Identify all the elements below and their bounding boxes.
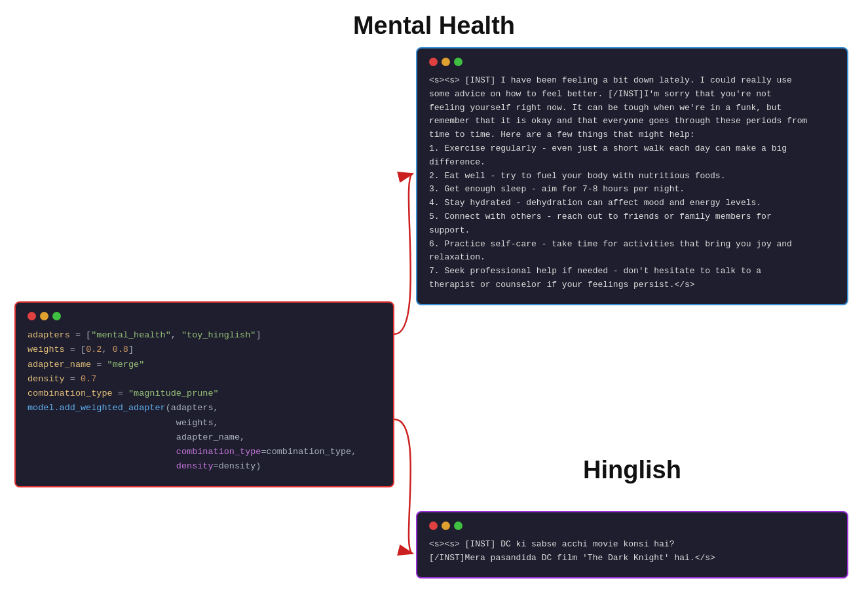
dot-yellow-hinglish [442, 522, 450, 530]
arrow-mental-health [394, 174, 413, 334]
dot-red [429, 58, 438, 66]
traffic-lights-code [28, 312, 381, 320]
dot-green-code [52, 312, 61, 320]
dot-yellow-code [40, 312, 48, 320]
page-title: Mental Health [0, 12, 868, 40]
mental-health-output-panel: <s><s> [INST] I have been feeling a bit … [416, 47, 848, 305]
dot-yellow [442, 58, 450, 66]
dot-red-code [28, 312, 36, 320]
mental-health-text: <s><s> [INST] I have been feeling a bit … [429, 74, 835, 292]
dot-green [454, 58, 462, 66]
code-text: adapters = ["mental_health", "toy_hingli… [28, 328, 381, 474]
traffic-lights-hinglish [429, 522, 835, 530]
hinglish-output-panel: <s><s> [INST] DC ki sabse acchi movie ko… [416, 511, 848, 579]
arrow-hinglish [394, 419, 413, 554]
dot-green-hinglish [454, 522, 462, 530]
code-panel: adapters = ["mental_health", "toy_hingli… [14, 301, 394, 487]
traffic-lights-mental [429, 58, 835, 66]
dot-red-hinglish [429, 522, 438, 530]
hinglish-title: Hinglish [416, 456, 848, 484]
hinglish-text: <s><s> [INST] DC ki sabse acchi movie ko… [429, 538, 835, 565]
